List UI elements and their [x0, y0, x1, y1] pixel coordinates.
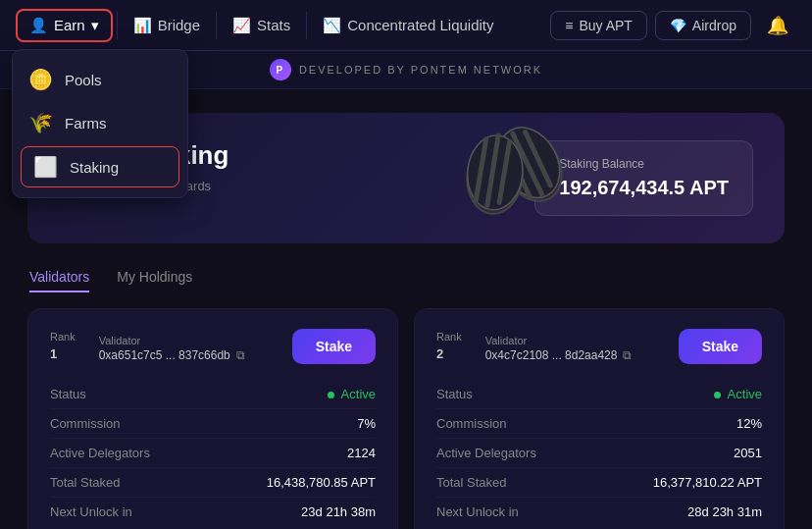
validator-2-commission-row: Commission 12%: [436, 409, 762, 439]
navbar: 👤 Earn ▾ 📊 Bridge 📈 Stats 📉 Concentrated…: [0, 0, 812, 51]
nav-divider-1: [117, 12, 118, 39]
liquidity-icon: 📉: [323, 17, 341, 34]
nav-earn[interactable]: 👤 Earn ▾: [16, 9, 113, 42]
nav-stats[interactable]: 📈 Stats: [221, 11, 302, 40]
validator-1-copy-icon[interactable]: ⧉: [236, 348, 245, 362]
validator-1-total-staked-row: Total Staked 16,438,780.85 APT: [50, 468, 376, 498]
validator-1-commission-row: Commission 7%: [50, 409, 376, 439]
earn-person-icon: 👤: [29, 17, 48, 34]
validator-card-2: Rank 2 Validator 0x4c7c2108 ... 8d2aa428…: [414, 308, 785, 529]
nav-right: ≡ Buy APT 💎 Airdrop 🔔: [550, 11, 796, 40]
validator-card-1: Rank 1 Validator 0xa651c7c5 ... 837c66db…: [27, 308, 398, 529]
validator-2-stake-button[interactable]: Stake: [679, 329, 762, 364]
nav-bridge[interactable]: 📊 Bridge: [122, 11, 212, 40]
staking-coins-decoration: [453, 114, 577, 234]
active-dot: [328, 392, 334, 398]
stats-icon: 📈: [232, 17, 251, 34]
validator-2-status-value: Active: [714, 387, 762, 401]
validator-2-info: Validator 0x4c7c2108 ... 8d2aa428 ⧉: [485, 331, 633, 362]
notification-bell-button[interactable]: 🔔: [759, 11, 796, 40]
validator-2-unlock-row: Next Unlock in 28d 23h 31m: [436, 498, 762, 526]
validator-1-header: Rank 1 Validator 0xa651c7c5 ... 837c66db…: [50, 329, 376, 364]
stats-label: Stats: [257, 17, 290, 33]
liquidity-label: Concentrated Liquidity: [347, 17, 493, 33]
pools-icon: 🪙: [28, 68, 53, 91]
validator-1-delegators-row: Active Delegators 2124: [50, 439, 376, 468]
validator-1-address: 0xa651c7c5 ... 837c66db ⧉: [99, 348, 245, 362]
dropdown-pools[interactable]: 🪙 Pools: [13, 58, 187, 101]
bell-icon: 🔔: [767, 16, 788, 35]
airdrop-button[interactable]: 💎 Airdrop: [655, 11, 751, 40]
farms-label: Farms: [65, 115, 107, 132]
tab-validators[interactable]: Validators: [29, 263, 89, 292]
staking-label: Staking: [70, 159, 119, 176]
validator-1-rank: Rank 1: [50, 331, 76, 361]
balance-label: Staking Balance: [559, 157, 729, 171]
active-dot-2: [714, 392, 721, 398]
nav-concentrated-liquidity[interactable]: 📉 Concentrated Liquidity: [311, 11, 505, 40]
validator-1-status-value: Active: [328, 387, 376, 401]
validator-1-unlock-row: Next Unlock in 23d 21h 38m: [50, 498, 376, 526]
validator-1-status-row: Status Active: [50, 380, 376, 409]
buy-apt-icon: ≡: [565, 18, 573, 33]
validator-2-rank: Rank 2: [436, 331, 462, 361]
dropdown-staking[interactable]: ⬜ Staking: [21, 146, 179, 187]
validator-2-total-staked-row: Total Staked 16,377,810.22 APT: [436, 468, 762, 498]
dropdown-farms[interactable]: 🌾 Farms: [13, 101, 187, 144]
pontem-logo: P: [270, 59, 291, 80]
bridge-label: Bridge: [158, 17, 200, 33]
buy-apt-button[interactable]: ≡ Buy APT: [550, 11, 647, 40]
balance-value: 192,674,434.5 APT: [559, 177, 729, 199]
airdrop-gem-icon: 💎: [670, 18, 686, 33]
bridge-icon: 📊: [133, 17, 152, 34]
buy-apt-label: Buy APT: [579, 18, 632, 33]
nav-divider-3: [306, 12, 307, 39]
validator-2-copy-icon[interactable]: ⧉: [623, 348, 632, 362]
nav-divider-2: [216, 12, 217, 39]
validators-grid: Rank 1 Validator 0xa651c7c5 ... 837c66db…: [27, 308, 785, 529]
pontem-banner-text: DEVELOPED BY PONTEM NETWORK: [299, 64, 542, 76]
airdrop-label: Airdrop: [692, 18, 736, 33]
earn-label: Earn: [54, 17, 85, 33]
validator-2-address: 0x4c7c2108 ... 8d2aa428 ⧉: [485, 348, 633, 362]
staking-icon: ⬜: [33, 155, 58, 179]
tabs-row: Validators My Holdings: [27, 263, 785, 292]
validator-1-stake-button[interactable]: Stake: [292, 329, 376, 364]
tab-my-holdings[interactable]: My Holdings: [117, 263, 192, 292]
pools-label: Pools: [65, 72, 102, 88]
earn-dropdown-menu: 🪙 Pools 🌾 Farms ⬜ Staking: [12, 49, 188, 198]
coins-svg: [453, 114, 575, 220]
validator-2-header: Rank 2 Validator 0x4c7c2108 ... 8d2aa428…: [436, 329, 762, 364]
farms-icon: 🌾: [28, 111, 53, 134]
validator-2-delegators-row: Active Delegators 2051: [436, 439, 762, 468]
earn-chevron: ▾: [91, 17, 99, 34]
validator-2-status-row: Status Active: [436, 380, 762, 409]
validator-1-info: Validator 0xa651c7c5 ... 837c66db ⧉: [99, 331, 245, 362]
